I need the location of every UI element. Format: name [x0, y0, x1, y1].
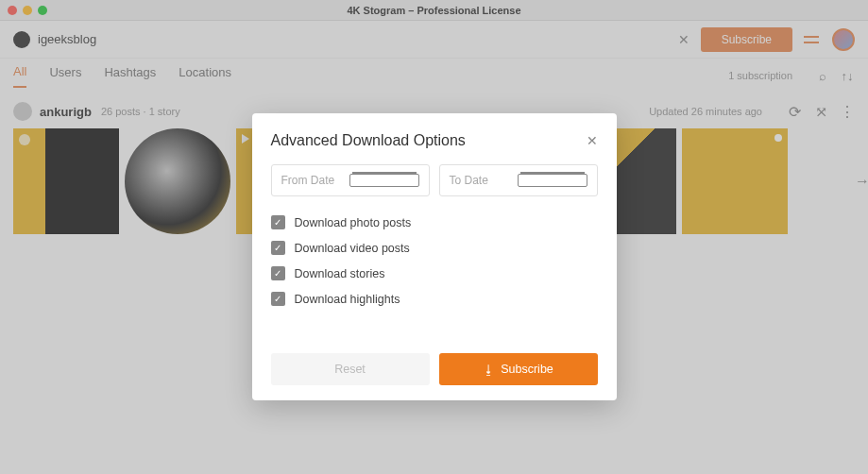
checkbox-checked-icon: ✓ [271, 292, 285, 306]
checkbox-label: Download photo posts [295, 216, 412, 229]
from-date-input[interactable]: From Date [271, 164, 430, 196]
to-date-placeholder: To Date [450, 174, 518, 187]
modal-overlay: Advanced Download Options ✕ From Date To… [0, 0, 868, 474]
checkbox-label: Download highlights [295, 293, 400, 306]
close-icon[interactable]: ✕ [587, 133, 598, 148]
subscribe-button-modal[interactable]: ⭳ Subscribe [439, 353, 598, 385]
checkbox-label: Download stories [295, 267, 385, 280]
checkbox-row[interactable]: ✓ Download highlights [271, 292, 598, 306]
checkbox-checked-icon: ✓ [271, 266, 285, 280]
checkbox-row[interactable]: ✓ Download stories [271, 266, 598, 280]
checkbox-checked-icon: ✓ [271, 241, 285, 255]
to-date-input[interactable]: To Date [439, 164, 598, 196]
calendar-icon [518, 174, 587, 187]
checkbox-checked-icon: ✓ [271, 215, 285, 229]
checkbox-row[interactable]: ✓ Download photo posts [271, 215, 598, 229]
advanced-download-modal: Advanced Download Options ✕ From Date To… [252, 113, 617, 400]
from-date-placeholder: From Date [281, 174, 349, 187]
subscribe-button-label: Subscribe [501, 363, 553, 376]
checkbox-row[interactable]: ✓ Download video posts [271, 241, 598, 255]
download-icon: ⭳ [483, 363, 495, 377]
checkbox-label: Download video posts [295, 242, 410, 255]
reset-button[interactable]: Reset [271, 353, 430, 385]
calendar-icon [349, 174, 419, 187]
modal-title: Advanced Download Options [271, 132, 587, 149]
